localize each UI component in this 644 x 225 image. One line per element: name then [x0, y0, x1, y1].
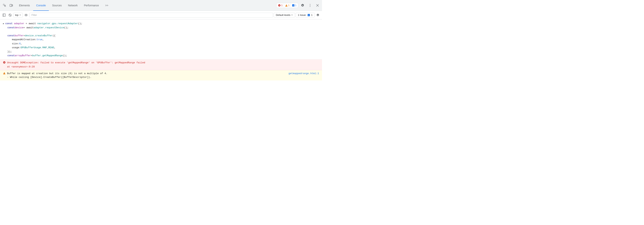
console-toolbar: top Default levels 1 Issue: ≡ 1: [0, 11, 322, 19]
svg-rect-13: [4, 14, 4, 16]
code-line-8: const arrayBuffer = buffer.getMappedRang…: [8, 54, 319, 58]
warning-block: ! Buffer is mapped at creation but its s…: [0, 70, 322, 80]
svg-text:✕: ✕: [278, 5, 280, 6]
tab-elements[interactable]: Elements: [16, 0, 33, 11]
code-line-5: size: 6,: [12, 42, 319, 46]
sidebar-toggle-icon[interactable]: [2, 12, 7, 18]
tab-console[interactable]: Console: [33, 0, 49, 11]
error-badge: ✕ 1: [278, 4, 282, 7]
clear-console-icon[interactable]: [8, 12, 13, 18]
device-toolbar-icon[interactable]: [8, 2, 14, 8]
console-content: ▶ const adapter = await navigator.gpu.re…: [0, 19, 322, 80]
tab-bar: Elements Console Sources Network Perform…: [0, 0, 322, 11]
context-selector[interactable]: top: [14, 13, 23, 18]
tab-performance[interactable]: Performance: [81, 0, 102, 11]
default-levels-button[interactable]: Default levels: [274, 13, 295, 18]
code-line-3: const buffer = device.createBuffer({: [8, 34, 319, 38]
svg-point-15: [26, 15, 26, 16]
tab-bar-right: ✕ 1 ! 1 ≡ 1: [276, 2, 320, 8]
svg-text:!: !: [4, 73, 5, 74]
eye-icon[interactable]: [24, 12, 29, 18]
error-block: Uncaught DOMException: Failed to execute…: [0, 60, 322, 70]
svg-rect-0: [3, 4, 4, 5]
code-line-2: const device = await adapter.requestDevi…: [8, 26, 319, 30]
warning-triangle-icon: !: [3, 72, 6, 79]
issue-icon: ≡: [308, 14, 310, 16]
levels-dropdown-arrow-icon: [291, 14, 293, 16]
tab-sources[interactable]: Sources: [49, 0, 65, 11]
settings-icon[interactable]: [300, 2, 306, 8]
toolbar-right: Default levels 1 Issue: ≡ 1: [274, 12, 320, 18]
svg-rect-1: [10, 4, 12, 6]
devtools-controls: [2, 2, 14, 8]
code-line-4: mappedAtCreation: true,: [12, 38, 319, 42]
badge-divider-2: [291, 4, 291, 7]
inspect-icon[interactable]: [2, 2, 8, 8]
warning-text: Buffer is mapped at creation but its siz…: [7, 72, 287, 79]
code-line-1: ▶ const adapter = await navigator.gpu.re…: [3, 22, 319, 26]
filter-input[interactable]: [30, 13, 273, 18]
dropdown-arrow-icon: [19, 14, 21, 16]
tab-network[interactable]: Network: [65, 0, 80, 11]
svg-text:≡: ≡: [308, 14, 309, 16]
svg-rect-2: [12, 5, 13, 6]
svg-text:≡: ≡: [293, 5, 294, 6]
code-line-blank: [3, 30, 319, 34]
warning-badge: ! 1: [285, 4, 290, 7]
error-line-1: Uncaught DOMException: Failed to execute…: [3, 61, 319, 65]
issue-badge[interactable]: 1 Issue: ≡ 1: [296, 13, 314, 18]
badge-group[interactable]: ✕ 1 ! 1 ≡ 1: [276, 3, 298, 8]
expand-arrow[interactable]: ▶: [3, 22, 4, 25]
console-settings-icon[interactable]: [315, 12, 320, 18]
tab-more[interactable]: >>: [102, 0, 111, 11]
svg-text:!: !: [286, 5, 286, 6]
svg-rect-12: [3, 14, 6, 16]
error-line-2: at <anonymous>:9:28: [7, 65, 319, 69]
code-line-6: usage: GPUBufferUsage.MAP_READ,: [12, 46, 319, 50]
code-line-7: });: [8, 50, 319, 54]
warning-source-link[interactable]: getmappedrange.html:1: [288, 72, 319, 79]
code-block: ▶ const adapter = await navigator.gpu.re…: [0, 19, 322, 60]
more-options-icon[interactable]: [307, 2, 313, 8]
info-badge: ≡ 1: [292, 4, 296, 7]
svg-point-9: [310, 4, 310, 4]
svg-point-10: [310, 5, 310, 6]
error-circle-icon: [3, 61, 6, 65]
badge-divider: [284, 4, 284, 7]
close-icon[interactable]: [314, 2, 320, 8]
svg-point-11: [310, 6, 310, 7]
